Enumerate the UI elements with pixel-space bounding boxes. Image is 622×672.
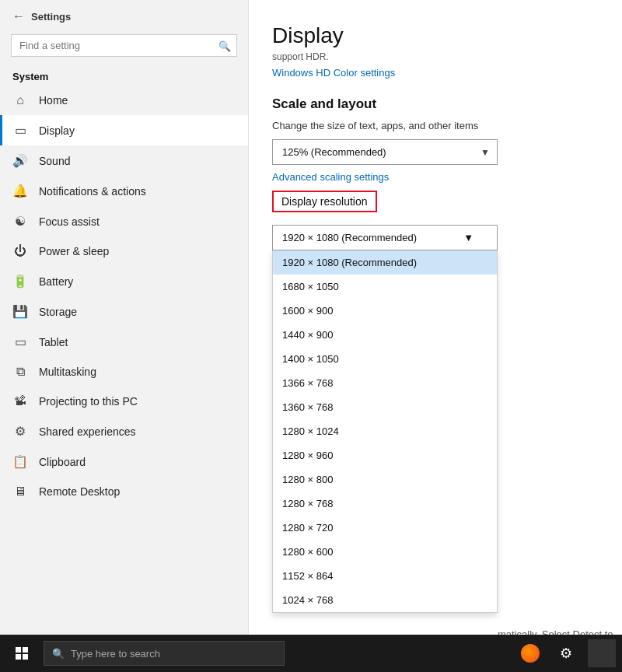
sidebar-item-label: Notifications & actions bbox=[39, 185, 146, 198]
sidebar-item-label: Remote Desktop bbox=[39, 485, 120, 498]
resolution-option-13[interactable]: 1152 × 864 bbox=[273, 564, 497, 588]
sidebar-item-battery[interactable]: 🔋 Battery bbox=[0, 266, 248, 296]
sidebar-item-notifications[interactable]: 🔔 Notifications & actions bbox=[0, 176, 248, 206]
resolution-dropdown-list: 1920 × 1080 (Recommended) 1680 × 1050 16… bbox=[272, 250, 498, 613]
resolution-option-0[interactable]: 1920 × 1080 (Recommended) bbox=[273, 250, 497, 275]
adv-scaling-link[interactable]: Advanced scaling settings bbox=[272, 171, 591, 183]
sidebar-title: Settings bbox=[31, 11, 71, 23]
tablet-icon: ▭ bbox=[12, 334, 28, 349]
taskbar-search-icon: 🔍 bbox=[52, 648, 65, 660]
sidebar-item-sound[interactable]: 🔊 Sound bbox=[0, 145, 248, 176]
search-input[interactable] bbox=[11, 34, 237, 57]
resolution-label: Display resolution bbox=[272, 191, 377, 212]
sidebar-item-remote[interactable]: 🖥 Remote Desktop bbox=[0, 477, 248, 506]
sidebar-item-label: Display bbox=[39, 124, 75, 137]
dark-box-button[interactable] bbox=[585, 635, 619, 672]
sidebar-item-label: Sound bbox=[39, 155, 70, 167]
hdr-settings-link[interactable]: Windows HD Color settings bbox=[272, 67, 395, 79]
focus-icon: ☯ bbox=[12, 214, 28, 229]
storage-icon: 💾 bbox=[12, 304, 28, 319]
sidebar-item-projecting[interactable]: 📽 Projecting to this PC bbox=[0, 387, 248, 416]
resolution-dropdown-trigger[interactable]: 1920 × 1080 (Recommended) ▼ bbox=[272, 225, 498, 250]
clipboard-icon: 📋 bbox=[12, 454, 28, 469]
resolution-option-10[interactable]: 1280 × 768 bbox=[273, 492, 497, 516]
home-icon: ⌂ bbox=[12, 93, 28, 107]
resolution-option-1[interactable]: 1680 × 1050 bbox=[273, 275, 497, 299]
resolution-dropdown-container: 1920 × 1080 (Recommended) ▼ 1920 × 1080 … bbox=[272, 225, 498, 613]
sidebar-item-label: Focus assist bbox=[39, 215, 100, 228]
resolution-current-value: 1920 × 1080 (Recommended) bbox=[282, 232, 417, 243]
power-icon: ⏻ bbox=[12, 244, 28, 258]
sidebar-item-tablet[interactable]: ▭ Tablet bbox=[0, 327, 248, 357]
start-button[interactable] bbox=[3, 635, 40, 672]
sidebar-item-home[interactable]: ⌂ Home bbox=[0, 86, 248, 115]
resolution-option-11[interactable]: 1280 × 720 bbox=[273, 516, 497, 540]
sidebar-item-multitasking[interactable]: ⧉ Multitasking bbox=[0, 357, 248, 387]
taskbar: 🔍 Type here to search ⚙ bbox=[0, 635, 622, 672]
page-title: Display bbox=[272, 23, 591, 48]
gear-icon: ⚙ bbox=[560, 645, 572, 662]
resolution-option-2[interactable]: 1600 × 900 bbox=[273, 299, 497, 323]
notifications-icon: 🔔 bbox=[12, 184, 28, 198]
taskbar-icons: ⚙ bbox=[513, 635, 619, 672]
sound-icon: 🔊 bbox=[12, 153, 28, 168]
sidebar-item-label: Multitasking bbox=[39, 366, 96, 378]
sidebar-item-label: Home bbox=[39, 94, 68, 107]
resolution-option-8[interactable]: 1280 × 960 bbox=[273, 443, 497, 467]
sidebar-item-storage[interactable]: 💾 Storage bbox=[0, 296, 248, 327]
resolution-option-14[interactable]: 1024 × 768 bbox=[273, 588, 497, 612]
sidebar-search-container: 🔍 bbox=[0, 30, 248, 65]
sidebar: ← Settings 🔍 System ⌂ Home ▭ Display 🔊 S… bbox=[0, 0, 249, 635]
main-content: Display support HDR. Windows HD Color se… bbox=[249, 0, 622, 635]
sidebar-item-label: Tablet bbox=[39, 336, 68, 348]
firefox-icon bbox=[521, 644, 540, 663]
support-hdr-text: support HDR. bbox=[272, 51, 591, 62]
dark-box-icon bbox=[588, 639, 616, 667]
resolution-option-5[interactable]: 1366 × 768 bbox=[273, 371, 497, 395]
partial-text: matically. Select Detect to bbox=[498, 628, 622, 635]
scale-dropdown-wrapper: 125% (Recommended) 100% 150% ▼ bbox=[272, 139, 498, 165]
projecting-icon: 📽 bbox=[12, 394, 28, 408]
multitasking-icon: ⧉ bbox=[12, 365, 28, 379]
sidebar-section-label: System bbox=[0, 65, 248, 86]
resolution-option-6[interactable]: 1360 × 768 bbox=[273, 395, 497, 419]
settings-taskbar-button[interactable]: ⚙ bbox=[549, 635, 583, 672]
resolution-option-3[interactable]: 1440 × 900 bbox=[273, 323, 497, 347]
sidebar-item-clipboard[interactable]: 📋 Clipboard bbox=[0, 446, 248, 477]
resolution-option-9[interactable]: 1280 × 800 bbox=[273, 467, 497, 492]
resolution-option-4[interactable]: 1400 × 1050 bbox=[273, 347, 497, 371]
windows-logo-icon bbox=[16, 647, 28, 660]
firefox-taskbar-button[interactable] bbox=[513, 635, 547, 672]
sidebar-item-label: Clipboard bbox=[39, 456, 86, 468]
sidebar-item-focus[interactable]: ☯ Focus assist bbox=[0, 206, 248, 236]
sidebar-item-label: Storage bbox=[39, 306, 77, 318]
scale-section-title: Scale and layout bbox=[272, 96, 591, 112]
resolution-option-7[interactable]: 1280 × 1024 bbox=[273, 419, 497, 443]
display-icon: ▭ bbox=[12, 123, 28, 138]
taskbar-search-placeholder: Type here to search bbox=[71, 648, 160, 660]
sidebar-item-label: Projecting to this PC bbox=[39, 395, 138, 408]
resolution-option-12[interactable]: 1280 × 600 bbox=[273, 540, 497, 564]
sidebar-header: ← Settings bbox=[0, 0, 248, 30]
sidebar-item-shared[interactable]: ⚙ Shared experiences bbox=[0, 416, 248, 446]
resolution-arrow-icon: ▼ bbox=[463, 232, 473, 243]
scale-dropdown[interactable]: 125% (Recommended) 100% 150% bbox=[272, 139, 498, 165]
scale-desc: Change the size of text, apps, and other… bbox=[272, 120, 591, 131]
sidebar-item-label: Shared experiences bbox=[39, 425, 136, 438]
remote-icon: 🖥 bbox=[12, 485, 28, 499]
sidebar-item-label: Power & sleep bbox=[39, 245, 109, 257]
sidebar-item-display[interactable]: ▭ Display bbox=[0, 115, 248, 145]
shared-icon: ⚙ bbox=[12, 424, 28, 439]
sidebar-item-label: Battery bbox=[39, 275, 73, 288]
back-button[interactable]: ← bbox=[12, 9, 25, 23]
battery-icon: 🔋 bbox=[12, 274, 28, 289]
taskbar-search[interactable]: 🔍 Type here to search bbox=[44, 641, 285, 666]
search-icon: 🔍 bbox=[218, 40, 231, 51]
sidebar-item-power[interactable]: ⏻ Power & sleep bbox=[0, 236, 248, 266]
